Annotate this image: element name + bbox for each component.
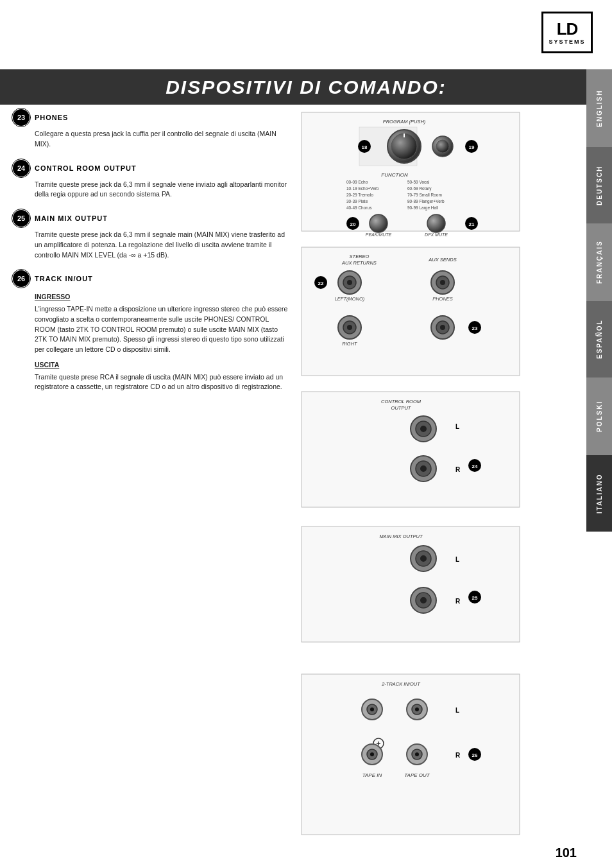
svg-point-92 bbox=[370, 752, 374, 756]
svg-rect-30 bbox=[302, 247, 520, 376]
svg-rect-66 bbox=[302, 526, 520, 642]
svg-text:19: 19 bbox=[469, 144, 475, 150]
lang-tab-francais[interactable]: FRANÇAIS bbox=[586, 223, 612, 300]
svg-point-59 bbox=[420, 426, 427, 432]
page-number: 101 bbox=[556, 846, 577, 860]
svg-text:18: 18 bbox=[362, 144, 368, 150]
svg-point-95 bbox=[415, 752, 419, 756]
svg-text:R: R bbox=[455, 598, 461, 605]
section-track-inout-header: 26 TRACK IN/OUT bbox=[13, 270, 289, 287]
section-control-room: 24 CONTROL ROOM OUTPUT Tramite queste pr… bbox=[13, 160, 289, 200]
diagram-column: PROGRAM (PUSH) 18 19 FUNCTION 00-09 Echo… bbox=[289, 109, 580, 804]
logo-letters: LD bbox=[557, 21, 578, 37]
svg-text:30-39  Plate: 30-39 Plate bbox=[346, 199, 368, 204]
section-track-inout-title: TRACK IN/OUT bbox=[35, 275, 93, 282]
svg-text:26: 26 bbox=[472, 752, 478, 758]
main-diagram-svg: PROGRAM (PUSH) 18 19 FUNCTION 00-09 Echo… bbox=[289, 109, 565, 847]
language-tabs: ENGLISH DEUTSCH FRANÇAIS ESPAÑOL POLSKI … bbox=[586, 69, 612, 532]
svg-text:LEFT(MONO): LEFT(MONO) bbox=[335, 296, 365, 302]
svg-text:80-89  Flanger+Verb: 80-89 Flanger+Verb bbox=[407, 199, 445, 204]
svg-text:R: R bbox=[455, 466, 461, 473]
ingresso-text: L'ingresso TAPE-IN mette a disposizione … bbox=[35, 304, 289, 355]
section-phones-title: PHONES bbox=[35, 114, 68, 121]
svg-text:90-99  Large Hall: 90-99 Large Hall bbox=[407, 205, 439, 211]
section-phones-header: 23 PHONES bbox=[13, 109, 289, 126]
section-control-room-title: CONTROL ROOM OUTPUT bbox=[35, 164, 137, 172]
svg-point-6 bbox=[436, 140, 449, 153]
lang-tab-italiano[interactable]: ITALIANO bbox=[586, 455, 612, 532]
text-column: 23 PHONES Collegare a questa presa jack … bbox=[13, 109, 289, 403]
svg-point-24 bbox=[370, 214, 387, 232]
sub-heading-ingresso: INGRESSO bbox=[35, 292, 289, 302]
main-content: 23 PHONES Collegare a questa presa jack … bbox=[13, 109, 580, 842]
uscita-text: Tramite queste prese RCA il segnale di u… bbox=[35, 372, 289, 393]
svg-text:70-79  Small Room: 70-79 Small Room bbox=[407, 193, 442, 197]
section-control-room-header: 24 CONTROL ROOM OUTPUT bbox=[13, 160, 289, 177]
svg-point-70 bbox=[420, 555, 427, 562]
section-phones: 23 PHONES Collegare a questa presa jack … bbox=[13, 109, 289, 150]
svg-text:24: 24 bbox=[472, 464, 478, 469]
section-main-mix-body: Tramite queste prese jack da 6,3 mm il s… bbox=[35, 230, 289, 260]
svg-text:PHONES: PHONES bbox=[432, 296, 453, 302]
section-main-mix-header: 25 MAIN MIX OUTPUT bbox=[13, 210, 289, 227]
svg-text:22: 22 bbox=[318, 281, 324, 286]
svg-text:PEAK/MUTE: PEAK/MUTE bbox=[366, 232, 392, 237]
svg-text:AUX RETURNS: AUX RETURNS bbox=[341, 260, 377, 266]
svg-text:STEREO: STEREO bbox=[350, 254, 370, 259]
section-track-inout: 26 TRACK IN/OUT INGRESSO L'ingresso TAPE… bbox=[13, 270, 289, 392]
lang-tab-english[interactable]: ENGLISH bbox=[586, 69, 612, 146]
page-title: DISPOSITIVI DI COMANDO: bbox=[166, 76, 446, 98]
sub-heading-uscita: USCITA bbox=[35, 360, 289, 370]
section-track-inout-number: 26 bbox=[13, 270, 30, 287]
svg-text:TAPE IN: TAPE IN bbox=[362, 772, 382, 778]
svg-text:OUTPUT: OUTPUT bbox=[391, 405, 412, 411]
svg-point-40 bbox=[440, 280, 445, 285]
lang-tab-deutsch[interactable]: DEUTSCH bbox=[586, 146, 612, 223]
svg-point-46 bbox=[347, 325, 352, 330]
svg-text:DFX MUTE: DFX MUTE bbox=[425, 232, 448, 237]
logo-area: LD SYSTEMS bbox=[541, 12, 599, 60]
lang-tab-espanol[interactable]: ESPAÑOL bbox=[586, 300, 612, 378]
svg-point-62 bbox=[420, 465, 427, 472]
svg-text:23: 23 bbox=[472, 326, 478, 331]
header-bar: DISPOSITIVI DI COMANDO: bbox=[0, 69, 612, 105]
svg-text:21: 21 bbox=[469, 221, 475, 227]
svg-text:00-09  Echo: 00-09 Echo bbox=[346, 180, 368, 184]
svg-point-50 bbox=[440, 325, 445, 330]
section-track-inout-body: INGRESSO L'ingresso TAPE-IN mette a disp… bbox=[35, 292, 289, 392]
svg-point-85 bbox=[415, 707, 419, 711]
svg-text:R: R bbox=[455, 752, 461, 759]
svg-text:20-29  Tremolo: 20-29 Tremolo bbox=[346, 193, 373, 197]
svg-text:MAIN MIX OUTPUT: MAIN MIX OUTPUT bbox=[379, 534, 423, 539]
svg-text:50-59  Vocal: 50-59 Vocal bbox=[407, 180, 430, 184]
svg-text:L: L bbox=[455, 707, 459, 714]
logo-brand: SYSTEMS bbox=[548, 39, 585, 45]
svg-text:60-69  Rotary: 60-69 Rotary bbox=[407, 186, 432, 191]
svg-text:10-19  Echo+Verb: 10-19 Echo+Verb bbox=[346, 186, 379, 191]
svg-text:L: L bbox=[455, 423, 459, 430]
section-main-mix-number: 25 bbox=[13, 210, 30, 227]
svg-point-74 bbox=[420, 597, 427, 603]
lang-tab-polski[interactable]: POLSKI bbox=[586, 378, 612, 455]
svg-text:2-TRACK IN/OUT: 2-TRACK IN/OUT bbox=[381, 681, 421, 687]
svg-point-36 bbox=[347, 280, 352, 285]
logo-box: LD SYSTEMS bbox=[541, 12, 593, 53]
section-control-room-body: Tramite queste prese jack da 6,3 mm il s… bbox=[35, 180, 289, 200]
svg-text:20: 20 bbox=[350, 221, 356, 227]
svg-text:L: L bbox=[455, 556, 459, 563]
svg-text:AUX SENDS: AUX SENDS bbox=[428, 257, 456, 263]
svg-point-26 bbox=[427, 214, 445, 232]
svg-text:FUNCTION: FUNCTION bbox=[381, 172, 408, 178]
svg-text:RIGHT: RIGHT bbox=[342, 341, 358, 347]
program-push-label: PROGRAM (PUSH) bbox=[383, 119, 426, 125]
svg-point-82 bbox=[370, 707, 374, 711]
svg-text:CONTROL ROOM: CONTROL ROOM bbox=[381, 399, 421, 404]
section-main-mix: 25 MAIN MIX OUTPUT Tramite queste prese … bbox=[13, 210, 289, 260]
section-control-room-number: 24 bbox=[13, 160, 30, 177]
section-phones-number: 23 bbox=[13, 109, 30, 126]
svg-text:TAPE OUT: TAPE OUT bbox=[404, 772, 430, 778]
svg-text:25: 25 bbox=[472, 595, 478, 601]
section-phones-body: Collegare a questa presa jack la cuffia … bbox=[35, 129, 289, 150]
svg-text:40-49  Chorus: 40-49 Chorus bbox=[346, 205, 372, 210]
section-main-mix-title: MAIN MIX OUTPUT bbox=[35, 214, 108, 222]
